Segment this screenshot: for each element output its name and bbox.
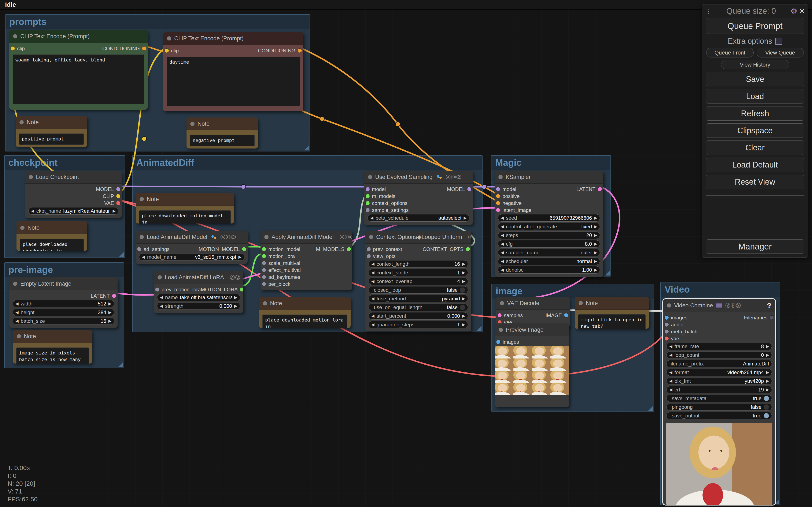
node-title-bar[interactable]: Use Evolved SamplingⒶⒹ② xyxy=(364,171,473,183)
increment-arrow-icon[interactable]: ▶ xyxy=(462,270,465,275)
decrement-arrow-icon[interactable]: ◀ xyxy=(501,241,504,246)
decrement-arrow-icon[interactable]: ◀ xyxy=(15,301,18,306)
increment-arrow-icon[interactable]: ▶ xyxy=(766,352,769,357)
widget-fuse_method[interactable]: ◀fuse_methodpyramid▶ xyxy=(368,295,468,302)
widget-pix_fmt[interactable]: ◀pix_fmtyuv420p▶ xyxy=(666,377,772,385)
widget-scheduler[interactable]: ◀schedulernormal▶ xyxy=(498,258,600,265)
decrement-arrow-icon[interactable]: ◀ xyxy=(669,352,672,357)
preview-thumbnail[interactable] xyxy=(495,358,513,371)
increment-arrow-icon[interactable]: ▶ xyxy=(594,241,597,246)
node-title-bar[interactable]: Note xyxy=(16,221,87,234)
widget-context_stride[interactable]: ◀context_stride1▶ xyxy=(368,269,468,276)
refresh-button[interactable]: Refresh xyxy=(706,106,804,121)
collapse-dot[interactable] xyxy=(500,301,504,305)
increment-arrow-icon[interactable]: ▶ xyxy=(594,250,597,255)
increment-arrow-icon[interactable]: ▶ xyxy=(462,262,465,266)
input-port-images[interactable] xyxy=(664,316,669,320)
manager-button[interactable]: Manager xyxy=(706,239,804,254)
node-title-bar[interactable]: CLIP Text Encode (Prompt) xyxy=(163,32,303,45)
collapse-dot[interactable] xyxy=(140,235,144,239)
node-title-bar[interactable]: Note xyxy=(136,193,234,206)
node-title-bar[interactable]: Note xyxy=(16,116,87,129)
preview-thumbnail[interactable] xyxy=(495,346,513,358)
widget-frame_rate[interactable]: ◀frame_rate8▶ xyxy=(666,343,772,350)
input-port-clip[interactable] xyxy=(164,48,169,53)
collapse-dot[interactable] xyxy=(263,301,267,305)
collapse-dot[interactable] xyxy=(578,301,583,305)
input-port-negative[interactable] xyxy=(496,201,500,205)
text-area[interactable]: woamn taking, office lady, blond xyxy=(13,55,144,104)
preview-thumbnail[interactable] xyxy=(513,358,532,371)
node-title-bar[interactable]: CLIP Text Encode (Prompt) xyxy=(9,30,148,43)
node-graph-canvas[interactable]: promptscheckpointpre-imageAnimatedDiffMa… xyxy=(0,0,812,507)
output-port-CLIP[interactable] xyxy=(116,194,120,199)
input-port-context_options[interactable] xyxy=(365,201,370,205)
collapse-dot[interactable] xyxy=(368,175,372,179)
decrement-arrow-icon[interactable]: ◀ xyxy=(501,268,504,272)
text-area[interactable]: place downloaded motion lora in ...\Comf… xyxy=(262,315,347,328)
node-clip-positive[interactable]: CLIP Text Encode (Prompt)clipCONDITIONIN… xyxy=(9,30,148,110)
decrement-arrow-icon[interactable]: ◀ xyxy=(371,262,374,266)
reroute-dot[interactable] xyxy=(482,184,487,189)
text-area[interactable]: place downloaded motion model in ...\Com… xyxy=(139,210,231,224)
node-title-bar[interactable]: Note xyxy=(259,297,351,310)
input-port-motion_model[interactable] xyxy=(262,247,266,251)
decrement-arrow-icon[interactable]: ◀ xyxy=(31,209,34,213)
output-port-LATENT[interactable] xyxy=(112,294,116,298)
widget-closed_loop[interactable]: closed_loopfalse xyxy=(368,286,468,294)
widget-use_on_equal_length[interactable]: use_on_equal_lengthfalse xyxy=(368,303,468,311)
increment-arrow-icon[interactable]: ▶ xyxy=(766,344,769,349)
node-title-bar[interactable]: Load Checkpoint xyxy=(25,171,122,183)
node-title-bar[interactable]: VAE Decode xyxy=(496,297,570,310)
output-port-M_MODELS[interactable] xyxy=(347,247,351,251)
widget-save_metadata[interactable]: save_metadatatrue xyxy=(666,395,772,402)
node-title-bar[interactable]: KSampler xyxy=(495,171,603,183)
widget-denoise[interactable]: ◀denoise1.00▶ xyxy=(498,266,600,274)
decrement-arrow-icon[interactable]: ◀ xyxy=(142,255,145,260)
collapse-dot[interactable] xyxy=(498,175,503,179)
increment-arrow-icon[interactable]: ▶ xyxy=(234,295,237,300)
preview-thumbnail[interactable] xyxy=(513,371,532,383)
output-port-MOTION_MODEL[interactable] xyxy=(242,247,246,251)
output-port-MOTION_LORA[interactable] xyxy=(240,287,243,292)
input-port-scale_multival[interactable] xyxy=(262,261,266,265)
node-clip-negative[interactable]: CLIP Text Encode (Prompt)clipCONDITIONIN… xyxy=(163,32,303,111)
group-resize-handle[interactable] xyxy=(476,326,481,331)
input-port-prev_context[interactable] xyxy=(366,247,371,251)
reroute-dot[interactable] xyxy=(395,122,400,126)
node-video-combine[interactable]: Video CombineⓋⒽⓈ?imagesFilenamesaudiomet… xyxy=(663,299,775,505)
input-port-ad_settings[interactable] xyxy=(137,247,142,251)
reroute-dot[interactable] xyxy=(320,117,324,121)
input-port-meta_batch[interactable] xyxy=(664,329,669,334)
increment-arrow-icon[interactable]: ▶ xyxy=(462,322,465,327)
increment-arrow-icon[interactable]: ▶ xyxy=(463,216,467,220)
output-port-MODEL[interactable] xyxy=(116,187,120,191)
node-empty-latent[interactable]: Empty Latent ImageLATENT◀width512▶◀heigh… xyxy=(9,277,117,328)
widget-height[interactable]: ◀height384▶ xyxy=(13,308,114,316)
reset-view-button[interactable]: Reset View xyxy=(706,175,804,189)
increment-arrow-icon[interactable]: ▶ xyxy=(108,319,111,324)
node-note-image[interactable]: Noteright click to open in new tab/ save xyxy=(575,297,649,329)
decrement-arrow-icon[interactable]: ◀ xyxy=(669,344,672,349)
increment-arrow-icon[interactable]: ▶ xyxy=(594,233,597,238)
decrement-arrow-icon[interactable]: ◀ xyxy=(501,259,504,264)
increment-arrow-icon[interactable]: ▶ xyxy=(594,259,597,264)
input-port-sample_settings[interactable] xyxy=(365,208,370,212)
node-note-motion-lora[interactable]: Noteplace downloaded motion lora in ...\… xyxy=(259,297,351,328)
decrement-arrow-icon[interactable]: ◀ xyxy=(160,295,163,300)
node-note-negative[interactable]: Notenegative prompt xyxy=(187,117,258,149)
node-title-bar[interactable]: Apply AnimateDiff ModelⒶⒹ② xyxy=(260,231,352,243)
widget-context_overlap[interactable]: ◀context_overlap4▶ xyxy=(368,278,468,285)
preview-thumbnail[interactable] xyxy=(495,371,513,383)
decrement-arrow-icon[interactable]: ◀ xyxy=(501,216,504,220)
node-load-animatediff-model[interactable]: Load AnimateDiff ModelⒶⒹ②ad_settingsMOTI… xyxy=(136,231,248,264)
collapse-dot[interactable] xyxy=(667,303,671,307)
widget-context_length[interactable]: ◀context_length16▶ xyxy=(368,260,468,268)
widget-start_percent[interactable]: ◀start_percent0.000▶ xyxy=(368,312,468,320)
input-port-m_models[interactable] xyxy=(365,194,370,199)
collapse-dot[interactable] xyxy=(499,328,503,332)
widget-guarantee_steps[interactable]: ◀guarantee_steps1▶ xyxy=(368,321,468,328)
preview-thumbnail[interactable] xyxy=(532,346,551,358)
node-title-bar[interactable]: Load AnimateDiff LoRAⒶⒹ xyxy=(154,271,243,284)
node-title-bar[interactable]: Load AnimateDiff ModelⒶⒹ② xyxy=(136,231,248,243)
